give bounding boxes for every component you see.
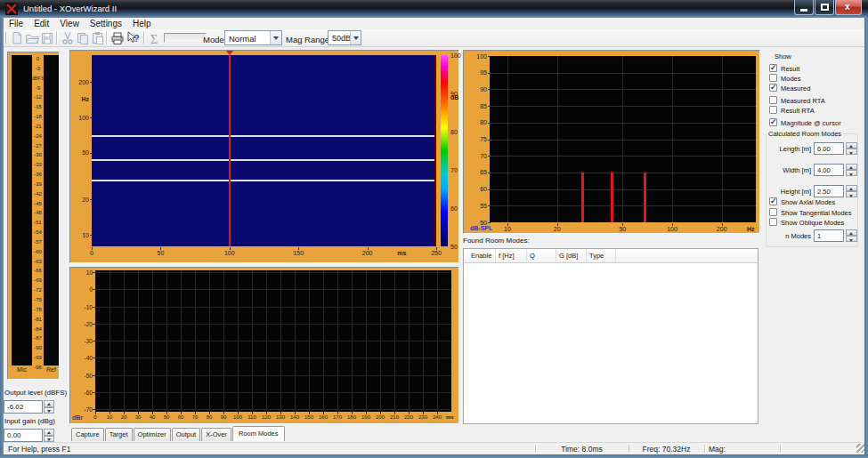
dim-spinner-1[interactable] — [846, 164, 856, 176]
show-modes-checkbox[interactable] — [769, 74, 777, 82]
time-axis-tick — [352, 412, 353, 414]
dim-up[interactable] — [846, 164, 857, 170]
toolbar-grip[interactable] — [4, 32, 6, 44]
n-modes-up[interactable] — [846, 229, 857, 236]
dim-down[interactable] — [846, 191, 857, 197]
toolbar-slider[interactable] — [164, 33, 207, 43]
mode-select[interactable]: Normal — [224, 30, 282, 45]
dim-up[interactable] — [846, 185, 857, 191]
grid-line-h — [95, 324, 451, 325]
time-axis-label: 220 — [402, 414, 416, 421]
show-result-checkbox[interactable]: ✓ — [769, 64, 777, 72]
time-cursor-marker[interactable] — [226, 51, 233, 55]
output-level-field-up[interactable] — [44, 400, 54, 407]
spl-axis-tick — [488, 106, 491, 107]
menu-view[interactable]: View — [54, 18, 85, 29]
column-header-enable[interactable]: Enable — [464, 249, 496, 262]
show-result-rta-checkbox[interactable] — [769, 106, 777, 114]
menu-edit[interactable]: Edit — [28, 18, 54, 29]
show-measured-rta-label: Measured RTA — [781, 97, 825, 105]
spl-axis-label: 55 — [467, 203, 487, 209]
column-header-q[interactable]: Q — [527, 249, 556, 262]
tab-x-over[interactable]: X-Over — [201, 428, 231, 441]
sum-icon[interactable]: Σ — [149, 31, 163, 45]
cut-icon[interactable] — [61, 31, 75, 45]
copy-icon[interactable] — [76, 31, 90, 45]
save-icon[interactable] — [40, 31, 54, 45]
grid-line-v — [622, 56, 623, 222]
menu-help[interactable]: Help — [127, 18, 157, 29]
show-result-label: Result — [781, 65, 799, 73]
maximize-button[interactable] — [815, 0, 834, 15]
tab-capture[interactable]: Capture — [71, 428, 104, 441]
new-icon[interactable] — [10, 31, 24, 45]
output-level-field-down[interactable] — [44, 407, 54, 414]
menu-settings[interactable]: Settings — [85, 18, 127, 29]
waterfall-plot-area[interactable] — [92, 55, 436, 246]
grid-line-h — [95, 392, 451, 393]
time-axis-label: 40 — [145, 414, 159, 421]
input-gain-field-spinner[interactable] — [44, 429, 54, 442]
time-cursor-line[interactable] — [229, 55, 231, 246]
open-icon[interactable] — [25, 31, 39, 45]
output-level-field-spinner[interactable] — [44, 400, 54, 414]
dim-down[interactable] — [846, 149, 857, 155]
show-measured-label: Measured — [781, 84, 810, 92]
level-axis-label: -30 — [72, 338, 93, 344]
room-mode-line — [92, 159, 436, 161]
level-axis-tick — [93, 375, 95, 376]
input-gain-field-down[interactable] — [44, 436, 54, 443]
n-modes-field[interactable]: 1 — [814, 229, 844, 242]
input-gain-field[interactable]: 0.00 — [4, 429, 43, 442]
level-meter-panel: 0-3dBFS-9-12-15-18-21-24-27-30-33-36-39-… — [7, 52, 60, 380]
tab-room-modes[interactable]: Room Modes — [232, 426, 285, 441]
level-axis-tick — [93, 392, 95, 393]
dim-field-1[interactable]: 4.00 — [814, 164, 844, 176]
column-header-f-hz-[interactable]: f [Hz] — [496, 249, 527, 262]
menu-file[interactable]: File — [4, 18, 28, 29]
context-help-icon[interactable]: ? — [126, 31, 140, 45]
show-measured-rta-checkbox[interactable] — [769, 96, 777, 104]
dim-spinner-2[interactable] — [846, 185, 856, 197]
dim-field-2[interactable]: 2.50 — [814, 185, 844, 197]
paste-icon[interactable] — [91, 31, 105, 45]
minimize-button[interactable] — [794, 0, 814, 15]
time-axis-tick — [195, 412, 196, 414]
show-oblique-modes-checkbox[interactable] — [769, 218, 777, 226]
show-axial-modes-checkbox[interactable]: ✓ — [769, 197, 777, 205]
title-bar[interactable]: Untitled - XOverWizard II x — [0, 0, 868, 18]
dim-down[interactable] — [846, 170, 857, 176]
room-modes-plot-area[interactable] — [490, 56, 756, 222]
mag-range-select[interactable]: 50dB — [328, 30, 361, 45]
close-button[interactable]: x — [835, 0, 862, 15]
level-axis-tick — [93, 409, 95, 410]
n-modes-down[interactable] — [846, 236, 857, 242]
dim-up[interactable] — [846, 142, 857, 149]
time-axis-label: 210 — [387, 414, 402, 421]
n-modes-label: n Modes — [764, 232, 811, 240]
spl-axis-tick — [488, 189, 491, 190]
meter-scale-label: -42 — [30, 191, 45, 197]
column-header-type[interactable]: Type — [587, 249, 616, 262]
level-axis-tick — [93, 289, 95, 290]
spl-axis-tick — [488, 140, 491, 141]
tab-output[interactable]: Output — [172, 428, 201, 441]
time-axis-label: 250 — [426, 250, 447, 256]
time-axis-tick — [230, 247, 231, 250]
show-magnitude-cursor-checkbox[interactable]: ✓ — [769, 118, 777, 126]
level-axis-tick — [93, 341, 95, 341]
show-measured-checkbox[interactable]: ✓ — [769, 84, 777, 92]
impulse-plot-area[interactable] — [95, 270, 451, 412]
meter-scale-label: -51 — [30, 220, 45, 225]
tab-optimizer[interactable]: Optimizer — [134, 428, 171, 441]
output-level-field[interactable]: -6.02 — [4, 400, 43, 414]
n-modes-spinner[interactable] — [846, 229, 856, 242]
print-icon[interactable] — [110, 31, 125, 45]
show-tangential-modes-checkbox[interactable] — [769, 208, 777, 216]
column-header-g-db-[interactable]: G [dB] — [556, 249, 587, 262]
svg-text:Σ: Σ — [150, 33, 158, 46]
dim-spinner-0[interactable] — [846, 142, 856, 155]
dim-field-0[interactable]: 6.00 — [814, 142, 844, 155]
tab-target[interactable]: Target — [105, 428, 133, 441]
input-gain-field-up[interactable] — [44, 429, 54, 436]
